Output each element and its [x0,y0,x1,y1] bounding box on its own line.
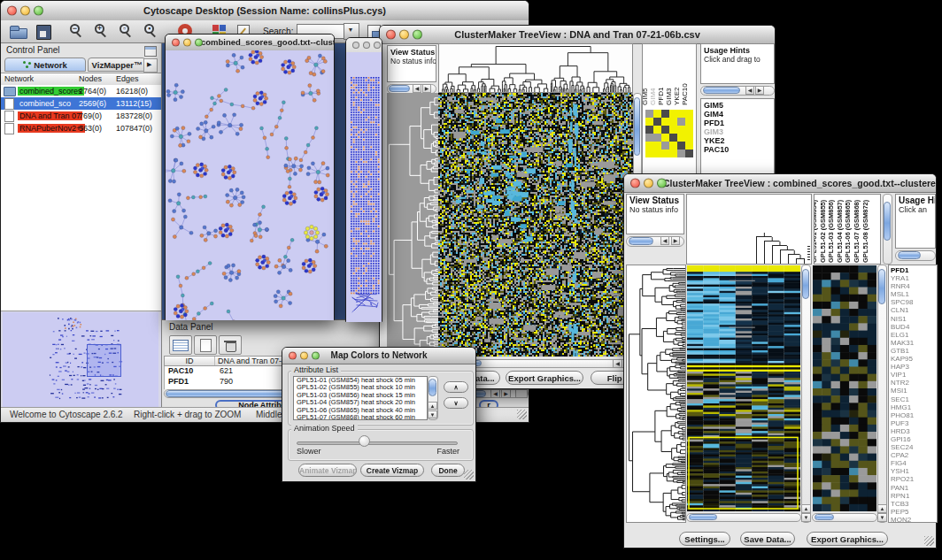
gene-label[interactable]: HAP3 [889,363,937,371]
matrix-cell[interactable] [653,142,661,150]
scroll-left-icon[interactable] [490,389,500,398]
close-icon[interactable] [630,179,640,188]
matrix-cell[interactable] [677,142,685,150]
zoom-heatmap-canvas[interactable] [813,265,876,511]
matrix-cell[interactable] [661,118,669,126]
gene-dendrogram-canvas[interactable] [627,265,685,522]
gene-label[interactable]: PFD1 [701,119,774,127]
gene-label[interactable]: FIG4 [889,459,937,467]
save-data-button[interactable]: Save Data... [740,532,795,546]
gene-label[interactable]: VIP1 [889,371,937,379]
matrix-cell[interactable] [669,110,677,118]
scroll-thumb[interactable] [629,237,653,245]
network-list-row[interactable]: combined_scores2764(0)16218(0) [1,85,161,97]
matrix-cell[interactable] [677,118,685,126]
move-down-button[interactable]: ∨ [444,397,468,409]
zoom-fit-icon[interactable]: ▫ [116,22,137,42]
close-icon[interactable] [352,42,359,49]
network-canvas[interactable] [166,50,334,320]
minimize-icon[interactable] [363,42,370,49]
scroll-thumb[interactable] [815,514,834,520]
matrix-cell[interactable] [653,134,661,142]
tab-overflow-icon[interactable] [143,58,158,73]
matrix-cell[interactable] [685,150,693,157]
scroll-thumb[interactable] [634,97,640,156]
dialog-titlebar[interactable]: Map Colors to Network [282,348,475,364]
matrix-cell[interactable] [661,110,669,118]
matrix-cell[interactable] [669,142,677,150]
gene-label[interactable]: NTR2 [889,379,937,387]
matrix-cell[interactable] [685,126,693,134]
save-session-icon[interactable] [33,22,54,42]
create-attribute-icon[interactable] [194,335,217,355]
gene-label[interactable]: PHO81 [889,411,937,419]
gene-label[interactable]: GIM5 [701,101,774,110]
scroll-thumb[interactable] [884,202,891,241]
scroll-left-icon[interactable] [745,86,754,95]
matrix-cell[interactable] [677,126,685,134]
view-status-scrollbar[interactable] [626,236,684,247]
gene-label[interactable]: RPO21 [889,475,937,483]
done-button[interactable]: Done [431,464,465,477]
maximize-icon[interactable] [413,30,422,40]
gene-label[interactable]: HMG1 [889,403,937,411]
matrix-cell[interactable] [653,118,661,126]
gene-label[interactable]: YRA1 [889,274,937,282]
resize-grip[interactable] [517,410,527,419]
resize-grip[interactable] [464,470,474,479]
animate-vizmap-button[interactable]: Animate Vizmap [298,464,357,477]
network-canvas-2[interactable] [346,52,382,322]
scroll-right-icon[interactable] [501,389,511,398]
gene-label[interactable]: RPN1 [889,492,937,500]
scroll-right-icon[interactable] [755,86,764,95]
tab-network[interactable]: Network [4,58,86,72]
zoom-out-icon[interactable]: − [66,22,88,42]
matrix-cell[interactable] [645,134,653,142]
scroll-down-icon[interactable] [877,513,887,522]
gene-label[interactable]: PEP5 [889,508,937,516]
scroll-left-icon[interactable] [613,359,622,368]
close-icon[interactable] [7,6,17,16]
scroll-up-icon[interactable] [801,504,811,513]
network-list-row[interactable]: RNAPuberNov2+I563(0)107847(0) [1,122,161,134]
export-graphics-button[interactable]: Export Graphics... [807,532,888,546]
column-dendrogram-panel[interactable] [438,43,633,93]
treeview2-titlebar[interactable]: ClusterMaker TreeView : combined_scores_… [624,174,936,193]
gene-label[interactable]: MON2 [889,516,937,523]
close-icon[interactable] [289,352,297,360]
scroll-thumb[interactable] [689,514,717,520]
matrix-cell[interactable] [645,150,653,157]
gene-label[interactable]: HRD3 [889,427,937,435]
gene-label[interactable]: GIM3 [701,127,774,136]
resize-grip[interactable] [924,536,934,546]
gene-label[interactable]: PUF3 [889,419,937,427]
maximize-icon[interactable] [657,179,667,188]
gene-label[interactable]: GIM4 [701,110,774,119]
summary-matrix[interactable] [645,110,695,159]
matrix-cell[interactable] [677,134,685,142]
minimize-icon[interactable] [300,352,308,360]
close-icon[interactable] [172,39,180,47]
main-titlebar[interactable]: Cytoscape Desktop (Session Name: collins… [1,1,529,21]
network-overview-panel[interactable] [1,311,161,408]
matrix-cell[interactable] [685,110,693,118]
matrix-cell[interactable] [661,134,669,142]
gene-dendrogram-panel[interactable] [626,265,686,523]
zoom-in-icon[interactable]: + [91,22,112,42]
gene-label[interactable]: SPC98 [889,298,937,306]
minimize-icon[interactable] [644,179,653,188]
minimize-icon[interactable] [20,6,30,16]
gene-label[interactable]: SEC24 [889,443,937,451]
matrix-cell[interactable] [669,118,677,126]
gene-label[interactable]: MSI1 [889,387,937,395]
zoom-vscrollbar[interactable] [877,265,887,523]
maximize-icon[interactable] [195,39,203,47]
matrix-cell[interactable] [669,134,677,142]
attribute-list-scrollbar[interactable] [428,376,438,420]
scroll-left-icon[interactable] [413,84,421,93]
gene-label[interactable]: NIS1 [889,315,937,323]
overview-canvas[interactable] [3,312,158,408]
usage-hints-scrollbar[interactable] [700,86,775,96]
float-panel-icon[interactable] [144,46,157,57]
zoom-selected-icon[interactable]: ▪ [141,22,162,42]
